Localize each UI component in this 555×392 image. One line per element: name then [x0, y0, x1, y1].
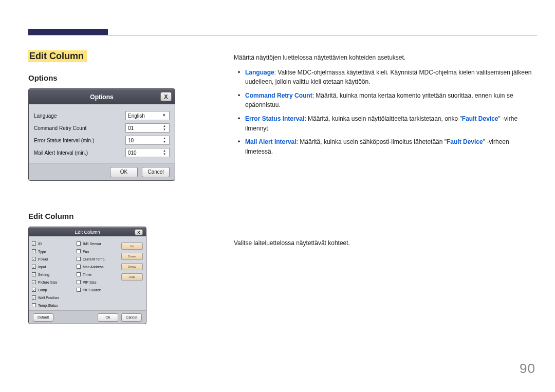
column-checkbox-item[interactable]: ✓Picture Size: [32, 279, 75, 285]
column-checkbox-item[interactable]: ✓Power: [32, 256, 75, 262]
up-button[interactable]: Up: [121, 242, 143, 250]
checkbox-label: ID: [38, 242, 42, 246]
checkbox-label: Timer: [83, 273, 92, 276]
edit-column-heading: Edit Column: [28, 212, 203, 220]
ok-button[interactable]: Ok: [98, 313, 118, 322]
column-checkbox-item[interactable]: ✓Setting: [32, 271, 75, 277]
retry-count-stepper[interactable]: 01 ▲▼: [125, 123, 170, 133]
language-dropdown[interactable]: English ▾: [125, 111, 170, 120]
option-label: Error Status Interval (min.): [34, 138, 94, 143]
checkbox-icon: [77, 241, 81, 246]
options-dialog-title: Options: [90, 94, 113, 101]
checkbox-label: PIP Source: [83, 288, 101, 292]
checkbox-icon: [77, 280, 81, 284]
option-label: Command Retry Count: [34, 125, 86, 131]
intro-text: Määritä näyttöjen luettelossa näytettävi…: [234, 53, 534, 63]
checkbox-label: Wall Position: [38, 296, 59, 300]
checkbox-label: Temp.Status: [38, 304, 58, 307]
spinner-icon: ▲▼: [163, 137, 168, 144]
edit-column-title: Edit Column: [75, 230, 100, 235]
column-checkbox-item[interactable]: Mac Address: [77, 264, 119, 270]
checkbox-icon: ✓: [32, 288, 36, 292]
error-interval-stepper[interactable]: 10 ▲▼: [125, 136, 170, 145]
header-accent-bar: [28, 29, 108, 35]
checkbox-icon: ✓: [32, 265, 36, 269]
checkbox-label: Current Temp.: [83, 257, 105, 261]
column-checkbox-item[interactable]: Current Temp.: [77, 256, 119, 262]
checkbox-icon: [77, 265, 81, 269]
options-heading: Options: [28, 73, 203, 82]
column-checkbox-item[interactable]: PIP Size: [77, 279, 119, 285]
checkbox-icon: [77, 257, 81, 261]
mail-interval-stepper[interactable]: 010 ▲▼: [125, 148, 170, 157]
checkbox-label: Picture Size: [38, 281, 57, 284]
checkbox-icon: ✓: [32, 295, 36, 300]
column-checkbox-item[interactable]: PIP Source: [77, 287, 119, 293]
checkbox-label: Type: [38, 250, 46, 253]
options-dialog-screenshot: Options X Language English ▾ Command Ret…: [28, 88, 175, 181]
column-checkbox-item[interactable]: ✓Lamp: [32, 287, 75, 293]
checkbox-icon: [32, 303, 36, 307]
checkbox-icon: [77, 272, 81, 276]
checkbox-label: Mac Address: [83, 265, 103, 269]
column-checkbox-item[interactable]: Timer: [77, 271, 119, 277]
chevron-down-icon: ▾: [161, 113, 167, 119]
column-checkbox-item[interactable]: ✓Type: [32, 248, 75, 254]
bullet-error-status: Error Status Interval: Määritä, kuinka u…: [234, 114, 534, 133]
checkbox-label: Setting: [38, 273, 49, 276]
option-label: Mail Alert Interval (min.): [34, 150, 88, 156]
checkbox-icon: ✓: [32, 249, 36, 253]
page-number: 90: [520, 361, 535, 377]
show-button[interactable]: Show: [121, 263, 143, 270]
column-checkbox-item[interactable]: B/R Sensor: [77, 240, 119, 247]
section-title: Edit Column: [28, 50, 87, 62]
checkbox-icon: [77, 249, 81, 253]
header-rule: [28, 35, 537, 35]
spinner-icon: ▲▼: [163, 124, 168, 132]
options-dialog-titlebar: Options X: [29, 89, 175, 104]
bullet-mail-alert: Mail Alert Interval: Määritä, kuinka use…: [234, 137, 534, 156]
checkbox-icon: [77, 288, 81, 292]
checkbox-label: Input: [38, 265, 46, 269]
default-button[interactable]: Default: [33, 313, 53, 322]
close-icon[interactable]: X: [135, 229, 143, 235]
ok-button[interactable]: OK: [110, 167, 138, 177]
bullet-language: Language: Valitse MDC-ohjelmassa käytett…: [234, 68, 534, 87]
column-checkbox-item[interactable]: ✓ID: [32, 240, 75, 247]
checkbox-icon: ✓: [32, 280, 36, 284]
checkbox-icon: ✓: [32, 272, 36, 276]
edit-column-intro: Valitse laiteluettelossa näytettävät koh…: [234, 238, 534, 248]
edit-column-dialog-screenshot: Edit Column X ✓ID✓Type✓Power✓Input✓Setti…: [28, 227, 146, 324]
checkbox-label: PIP Size: [83, 281, 97, 284]
checkbox-label: B/R Sensor: [83, 242, 101, 246]
column-checkbox-item[interactable]: Temp.Status: [32, 302, 75, 308]
column-checkbox-item[interactable]: Fan: [77, 248, 119, 254]
column-checkbox-item[interactable]: ✓Input: [32, 264, 75, 270]
down-button[interactable]: Down: [121, 253, 143, 260]
bullet-command-retry: Command Retry Count: Määritä, kuinka mon…: [234, 91, 534, 110]
checkbox-label: Fan: [83, 250, 89, 253]
checkbox-label: Power: [38, 257, 48, 261]
checkbox-icon: ✓: [32, 241, 36, 246]
column-checkbox-item[interactable]: ✓Wall Position: [32, 294, 75, 301]
option-label: Language: [34, 113, 57, 119]
close-icon[interactable]: X: [160, 92, 172, 101]
edit-column-titlebar: Edit Column X: [29, 227, 146, 236]
checkbox-icon: ✓: [32, 257, 36, 261]
cancel-button[interactable]: Cancel: [121, 313, 142, 322]
cancel-button[interactable]: Cancel: [142, 167, 170, 177]
checkbox-label: Lamp: [38, 288, 47, 292]
hide-button[interactable]: Hide: [121, 273, 143, 281]
spinner-icon: ▲▼: [163, 149, 168, 156]
